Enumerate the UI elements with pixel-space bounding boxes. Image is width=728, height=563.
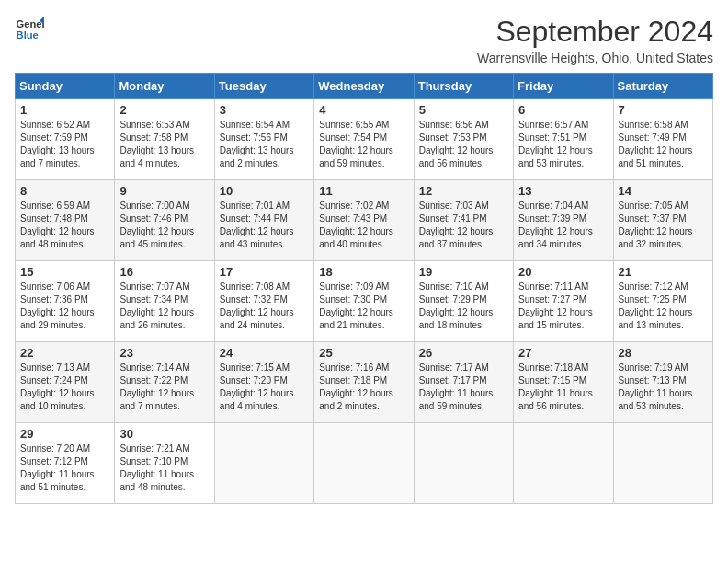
day-info: Sunrise: 7:14 AMSunset: 7:22 PMDaylight:… [119,362,209,413]
calendar-cell [314,423,414,504]
day-number: 28 [619,346,708,360]
day-number: 7 [619,103,708,117]
calendar-cell [214,423,313,504]
calendar-cell: 21Sunrise: 7:12 AMSunset: 7:25 PMDayligh… [613,261,712,342]
header-row: SundayMondayTuesdayWednesdayThursdayFrid… [16,74,713,99]
day-number: 18 [319,265,408,279]
day-number: 11 [319,184,408,198]
day-info: Sunrise: 7:09 AMSunset: 7:30 PMDaylight:… [319,281,408,332]
calendar-week-row: 1Sunrise: 6:52 AMSunset: 7:59 PMDaylight… [16,99,713,180]
calendar-cell: 30Sunrise: 7:21 AMSunset: 7:10 PMDayligh… [115,423,214,504]
day-number: 2 [119,103,209,117]
day-number: 30 [119,427,209,441]
calendar-cell: 5Sunrise: 6:56 AMSunset: 7:53 PMDaylight… [414,99,513,180]
calendar-cell: 13Sunrise: 7:04 AMSunset: 7:39 PMDayligh… [514,180,613,261]
day-info: Sunrise: 6:59 AMSunset: 7:48 PMDaylight:… [20,200,109,251]
calendar-cell [514,423,613,504]
day-number: 23 [119,346,209,360]
calendar-week-row: 22Sunrise: 7:13 AMSunset: 7:24 PMDayligh… [16,342,713,423]
day-header-sunday: Sunday [16,74,115,99]
day-info: Sunrise: 7:21 AMSunset: 7:10 PMDaylight:… [119,442,209,494]
day-info: Sunrise: 7:18 AMSunset: 7:15 PMDaylight:… [518,362,608,413]
day-number: 13 [518,184,608,198]
calendar-cell [414,423,513,504]
calendar-cell: 23Sunrise: 7:14 AMSunset: 7:22 PMDayligh… [115,342,214,423]
day-number: 8 [20,184,109,198]
day-info: Sunrise: 7:04 AMSunset: 7:39 PMDaylight:… [518,200,608,251]
day-info: Sunrise: 6:57 AMSunset: 7:51 PMDaylight:… [518,119,608,170]
day-header-tuesday: Tuesday [214,74,313,99]
calendar-cell: 3Sunrise: 6:54 AMSunset: 7:56 PMDaylight… [214,99,313,180]
day-number: 4 [319,103,408,117]
calendar-table: SundayMondayTuesdayWednesdayThursdayFrid… [15,73,713,504]
logo: General Blue [15,15,44,44]
day-number: 12 [419,184,508,198]
day-info: Sunrise: 7:05 AMSunset: 7:37 PMDaylight:… [619,200,708,251]
day-info: Sunrise: 7:03 AMSunset: 7:41 PMDaylight:… [419,200,508,251]
calendar-cell: 19Sunrise: 7:10 AMSunset: 7:29 PMDayligh… [414,261,513,342]
day-number: 3 [220,103,309,117]
calendar-cell: 15Sunrise: 7:06 AMSunset: 7:36 PMDayligh… [16,261,115,342]
day-number: 17 [220,265,309,279]
day-number: 26 [419,346,508,360]
calendar-cell: 6Sunrise: 6:57 AMSunset: 7:51 PMDaylight… [514,99,613,180]
day-info: Sunrise: 7:06 AMSunset: 7:36 PMDaylight:… [20,281,109,332]
location-title: Warrensville Heights, Ohio, United State… [477,51,713,65]
day-number: 5 [419,103,508,117]
calendar-cell: 16Sunrise: 7:07 AMSunset: 7:34 PMDayligh… [115,261,214,342]
calendar-cell: 4Sunrise: 6:55 AMSunset: 7:54 PMDaylight… [314,99,414,180]
day-info: Sunrise: 7:00 AMSunset: 7:46 PMDaylight:… [119,200,209,251]
month-title: September 2024 [477,15,713,49]
day-number: 24 [220,346,309,360]
logo-icon: General Blue [15,15,44,44]
calendar-cell: 11Sunrise: 7:02 AMSunset: 7:43 PMDayligh… [314,180,414,261]
day-number: 1 [20,103,109,117]
day-header-wednesday: Wednesday [314,74,414,99]
page-header: General Blue September 2024 Warrensville… [15,15,713,65]
day-info: Sunrise: 6:54 AMSunset: 7:56 PMDaylight:… [220,119,309,170]
day-info: Sunrise: 6:58 AMSunset: 7:49 PMDaylight:… [619,119,708,170]
day-number: 22 [20,346,109,360]
day-info: Sunrise: 6:55 AMSunset: 7:54 PMDaylight:… [319,119,408,170]
day-info: Sunrise: 7:02 AMSunset: 7:43 PMDaylight:… [319,200,408,251]
day-info: Sunrise: 7:08 AMSunset: 7:32 PMDaylight:… [220,281,309,332]
day-number: 19 [419,265,508,279]
calendar-cell: 7Sunrise: 6:58 AMSunset: 7:49 PMDaylight… [613,99,712,180]
day-header-thursday: Thursday [414,74,513,99]
day-info: Sunrise: 7:12 AMSunset: 7:25 PMDaylight:… [619,281,708,332]
calendar-cell: 26Sunrise: 7:17 AMSunset: 7:17 PMDayligh… [414,342,513,423]
calendar-cell: 29Sunrise: 7:20 AMSunset: 7:12 PMDayligh… [16,423,115,504]
day-info: Sunrise: 7:19 AMSunset: 7:13 PMDaylight:… [619,362,708,413]
day-header-monday: Monday [115,74,214,99]
day-number: 9 [119,184,209,198]
day-info: Sunrise: 7:11 AMSunset: 7:27 PMDaylight:… [518,281,608,332]
calendar-cell: 14Sunrise: 7:05 AMSunset: 7:37 PMDayligh… [613,180,712,261]
day-info: Sunrise: 6:52 AMSunset: 7:59 PMDaylight:… [20,119,109,170]
day-number: 29 [20,427,109,441]
day-number: 27 [518,346,608,360]
calendar-cell: 10Sunrise: 7:01 AMSunset: 7:44 PMDayligh… [214,180,313,261]
day-info: Sunrise: 7:10 AMSunset: 7:29 PMDaylight:… [419,281,508,332]
day-header-friday: Friday [514,74,613,99]
calendar-cell: 28Sunrise: 7:19 AMSunset: 7:13 PMDayligh… [613,342,712,423]
day-info: Sunrise: 7:17 AMSunset: 7:17 PMDaylight:… [419,362,508,413]
calendar-cell: 18Sunrise: 7:09 AMSunset: 7:30 PMDayligh… [314,261,414,342]
day-info: Sunrise: 7:16 AMSunset: 7:18 PMDaylight:… [319,362,408,413]
day-number: 10 [220,184,309,198]
day-number: 14 [619,184,708,198]
day-number: 25 [319,346,408,360]
calendar-cell: 27Sunrise: 7:18 AMSunset: 7:15 PMDayligh… [514,342,613,423]
day-info: Sunrise: 7:07 AMSunset: 7:34 PMDaylight:… [119,281,209,332]
calendar-cell: 17Sunrise: 7:08 AMSunset: 7:32 PMDayligh… [214,261,313,342]
day-number: 6 [518,103,608,117]
calendar-cell: 12Sunrise: 7:03 AMSunset: 7:41 PMDayligh… [414,180,513,261]
svg-text:Blue: Blue [17,29,39,40]
calendar-cell: 1Sunrise: 6:52 AMSunset: 7:59 PMDaylight… [16,99,115,180]
day-info: Sunrise: 6:56 AMSunset: 7:53 PMDaylight:… [419,119,508,170]
calendar-week-row: 29Sunrise: 7:20 AMSunset: 7:12 PMDayligh… [16,423,713,504]
day-info: Sunrise: 6:53 AMSunset: 7:58 PMDaylight:… [119,119,209,170]
calendar-cell [613,423,712,504]
calendar-cell: 2Sunrise: 6:53 AMSunset: 7:58 PMDaylight… [115,99,214,180]
day-info: Sunrise: 7:13 AMSunset: 7:24 PMDaylight:… [20,362,109,413]
day-info: Sunrise: 7:15 AMSunset: 7:20 PMDaylight:… [220,362,309,413]
